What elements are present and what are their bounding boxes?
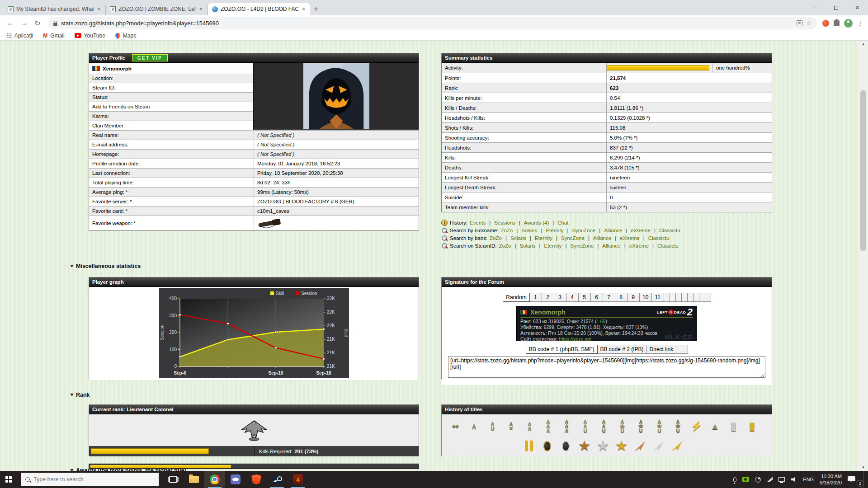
sig-style-button[interactable]: 7 xyxy=(603,293,615,302)
summary-value-text: 53 (2 *) xyxy=(610,205,627,210)
show-desktop-button[interactable] xyxy=(863,471,865,488)
misc-statistics-section-header[interactable]: Miscellaneous statistics xyxy=(70,263,141,269)
browser-tab[interactable]: ZZOZO.GG | ZOMBIE ZONE: Left 4× xyxy=(106,3,208,15)
bookmark-item[interactable]: MGmail xyxy=(43,33,64,39)
forward-button[interactable]: → xyxy=(18,19,30,27)
sig-style-button[interactable]: 1 xyxy=(529,293,542,302)
l4d2-taskbar-button[interactable]: 4 xyxy=(288,471,308,488)
sig-style-button[interactable]: 8 xyxy=(615,293,627,302)
taskbar-search-box[interactable] xyxy=(21,473,159,486)
search-link[interactable]: Eternity xyxy=(546,228,563,233)
bbcode-button[interactable]: BB code # 1 (phpBB, SMF) xyxy=(526,345,598,354)
search-link[interactable]: Solaris xyxy=(521,228,537,233)
sig-style-button[interactable]: 10 xyxy=(639,293,652,302)
search-link[interactable]: ZoZo xyxy=(500,228,513,233)
browser-menu-icon[interactable]: ⋮ xyxy=(857,19,863,27)
file-explorer-taskbar-button[interactable] xyxy=(184,471,204,488)
search-link[interactable]: Eternity xyxy=(535,235,552,241)
sig-style-button[interactable]: 4 xyxy=(566,293,579,302)
bookmark-item[interactable]: Maps xyxy=(115,33,136,39)
search-link[interactable]: Solaris xyxy=(519,243,535,249)
zozo-gg-link[interactable]: https://zozo.gg/ xyxy=(559,336,591,341)
history-link[interactable]: Awards (4) xyxy=(524,220,549,225)
awards-section-header-partial[interactable]: Awards (the more points, the higher titl… xyxy=(70,467,186,471)
network-icon[interactable] xyxy=(778,477,785,482)
start-button[interactable] xyxy=(0,471,21,488)
new-tab-button[interactable]: + xyxy=(314,5,318,14)
back-button[interactable]: ← xyxy=(5,19,16,27)
language-indicator[interactable]: ENG xyxy=(803,477,814,482)
search-link[interactable]: Solaris xyxy=(510,235,526,241)
search-link[interactable]: ZoZo xyxy=(499,243,511,249)
history-link[interactable]: Chat xyxy=(557,220,568,225)
minimize-button[interactable] xyxy=(804,0,826,15)
bookmark-item[interactable]: YouTube xyxy=(75,33,105,39)
extension-icon[interactable] xyxy=(822,20,829,27)
search-link[interactable]: eXtreme xyxy=(620,235,639,241)
sig-style-button[interactable]: Random xyxy=(503,293,529,302)
search-link[interactable]: Alliance xyxy=(593,235,611,241)
scrollbar-thumb[interactable] xyxy=(860,90,866,251)
steam-tray-icon[interactable] xyxy=(755,477,761,483)
search-link[interactable]: Classictu xyxy=(657,243,679,249)
url-text[interactable]: stats.zozo.gg/hlstats.php?mode=playerinf… xyxy=(61,20,793,27)
rank-section-header[interactable]: Rank xyxy=(70,392,90,398)
task-view-taskbar-button[interactable] xyxy=(163,471,184,488)
bookmark-star-icon[interactable]: ☆ xyxy=(806,20,811,27)
sig-style-button[interactable]: 5 xyxy=(578,293,591,302)
bookmark-item[interactable]: Aplicații xyxy=(6,33,33,39)
steam-taskbar-button[interactable] xyxy=(267,471,288,488)
address-bar[interactable]: stats.zozo.gg/hlstats.php?mode=playerinf… xyxy=(48,17,817,29)
search-link[interactable]: SyncZone xyxy=(571,243,594,249)
bbcode-textarea[interactable]: [url=https://stats.zozo.gg/hlstats.php?m… xyxy=(448,356,765,378)
extensions-puzzle-icon[interactable] xyxy=(834,20,840,26)
search-link[interactable]: Alliance xyxy=(604,228,622,233)
reload-button[interactable]: ↻ xyxy=(32,19,43,28)
page-scrollbar[interactable]: ▲ ▼ xyxy=(859,41,867,471)
discord-taskbar-button[interactable] xyxy=(225,471,246,488)
nvidia-icon[interactable] xyxy=(742,477,749,482)
sig-style-button[interactable]: 3 xyxy=(554,293,566,302)
maximize-button[interactable] xyxy=(826,0,847,15)
get-vip-button[interactable]: GET VIP xyxy=(132,54,168,61)
search-link[interactable]: eXtreme xyxy=(631,228,650,233)
tab-close-icon[interactable]: × xyxy=(96,6,101,12)
taskbar-clock[interactable]: 11:30 AM 9/18/2020 xyxy=(820,473,842,486)
sig-style-button[interactable]: 11 xyxy=(651,293,664,302)
translate-icon[interactable] xyxy=(797,20,802,26)
volume-icon[interactable] xyxy=(791,477,797,482)
search-link[interactable]: SyncZone xyxy=(572,228,595,233)
search-link[interactable]: Classictu xyxy=(648,235,670,241)
search-link[interactable]: Alliance xyxy=(602,243,620,249)
bbcode-button[interactable]: Direct link xyxy=(646,345,677,354)
insignia-sergeant-major-of-army: ∧ ★ ∪ xyxy=(675,419,681,433)
search-link[interactable]: ZoZo xyxy=(490,235,502,241)
profile-row: E-mail address:( Not Specified ) xyxy=(89,140,419,149)
browser-tab[interactable]: ZOZO.GG - L4D2 | BLOOD FACTO× xyxy=(208,3,310,15)
microphone-icon[interactable] xyxy=(733,477,736,482)
search-link[interactable]: Classictu xyxy=(659,228,680,233)
search-link[interactable]: eXtreme xyxy=(629,243,649,249)
history-link[interactable]: Sessions xyxy=(494,220,515,225)
satellite-dish-icon[interactable] xyxy=(767,477,773,482)
history-link[interactable]: Events xyxy=(470,220,486,225)
tab-close-icon[interactable]: × xyxy=(301,6,306,12)
search-link[interactable]: SyncZone xyxy=(561,235,585,241)
sig-style-empty-cell xyxy=(693,293,699,302)
profile-avatar-button[interactable] xyxy=(844,19,853,28)
sig-style-button[interactable]: 2 xyxy=(542,293,554,302)
scrollbar-up-arrow[interactable]: ▲ xyxy=(859,41,867,47)
search-link[interactable]: Eternity xyxy=(544,243,562,249)
sig-style-button[interactable]: 6 xyxy=(590,293,603,302)
browser-tab[interactable]: ZMy SteamID has changed. What t× xyxy=(4,3,106,15)
bbcode-button[interactable]: BB code # 2 (IPB) xyxy=(597,345,647,354)
insignia-second-lieutenant-bar-icon: ▮ xyxy=(724,417,743,436)
brave-taskbar-button[interactable] xyxy=(246,471,267,488)
tab-close-icon[interactable]: × xyxy=(198,6,203,12)
notification-center-icon[interactable] xyxy=(848,476,855,483)
search-input[interactable] xyxy=(33,476,142,483)
sig-style-button[interactable]: 9 xyxy=(627,293,640,302)
chrome-taskbar-button[interactable] xyxy=(204,471,225,488)
close-window-button[interactable]: ✕ xyxy=(847,0,868,15)
scrollbar-down-arrow[interactable]: ▼ xyxy=(859,464,867,471)
